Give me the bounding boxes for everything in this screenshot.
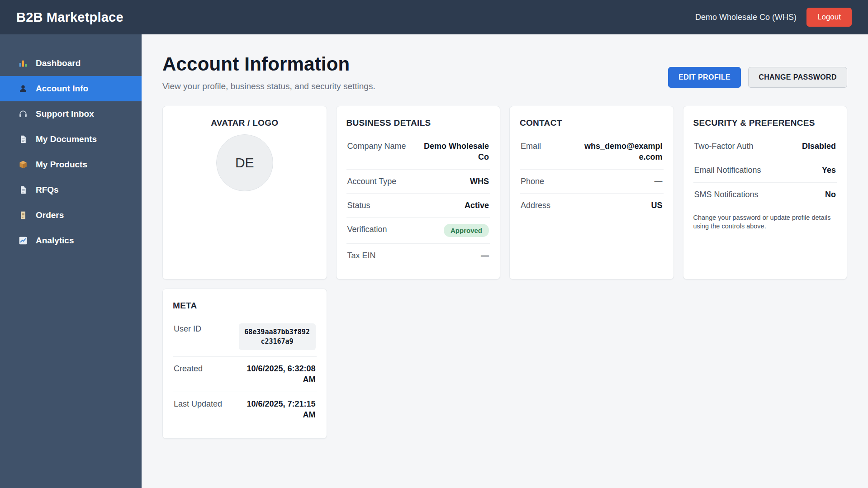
- avatar-card-title: AVATAR / LOGO: [173, 118, 317, 128]
- sms-notifications-row: SMS Notifications No: [693, 183, 837, 206]
- sidebar: Dashboard Account Info Support Inbox My …: [0, 34, 142, 488]
- sidebar-item-account-info[interactable]: Account Info: [0, 76, 142, 101]
- business-details-title: BUSINESS DETAILS: [346, 118, 490, 128]
- security-title: SECURITY & PREFERENCES: [693, 118, 837, 128]
- account-type-row: Account Type WHS: [346, 170, 490, 194]
- row-value: —: [481, 250, 489, 261]
- analytics-icon: [18, 236, 28, 246]
- cards-grid: AVATAR / LOGO DE BUSINESS DETAILS Compan…: [162, 106, 847, 439]
- row-label: Email Notifications: [694, 165, 761, 175]
- avatar-wrap: DE: [173, 134, 317, 191]
- meta-title: META: [173, 301, 317, 311]
- status-row: Status Active: [346, 194, 490, 218]
- business-details-card: BUSINESS DETAILS Company Name Demo Whole…: [336, 106, 501, 280]
- row-label: Status: [347, 200, 370, 210]
- row-label: Email: [521, 141, 541, 151]
- email-notifications-row: Email Notifications Yes: [693, 158, 837, 182]
- row-value: US: [651, 200, 662, 211]
- dashboard-icon: [18, 58, 28, 68]
- contact-title: CONTACT: [520, 118, 664, 128]
- page-header: Account Information View your profile, b…: [162, 53, 847, 91]
- sidebar-item-label: Analytics: [36, 236, 74, 246]
- row-label: Verification: [347, 224, 387, 234]
- rfq-document-icon: [18, 185, 28, 195]
- last-updated-row: Last Updated 10/6/2025, 7:21:15 AM: [173, 392, 317, 427]
- box-icon: [18, 160, 28, 170]
- sidebar-item-label: Support Inbox: [36, 109, 94, 119]
- row-label: Phone: [521, 176, 544, 186]
- orders-scroll-icon: [18, 210, 28, 220]
- row-label: SMS Notifications: [694, 189, 759, 199]
- avatar-initials: DE: [235, 155, 254, 171]
- row-label: Last Updated: [174, 398, 222, 409]
- sidebar-item-dashboard[interactable]: Dashboard: [0, 51, 142, 76]
- row-value: —: [655, 176, 663, 187]
- tax-ein-row: Tax EIN —: [346, 244, 490, 267]
- app-root: B2B Marketplace Demo Wholesale Co (WHS) …: [0, 0, 868, 488]
- row-label: Tax EIN: [347, 250, 376, 261]
- page-title: Account Information: [162, 53, 375, 75]
- row-value: Demo Wholesale Co: [413, 141, 489, 163]
- address-row: Address US: [520, 194, 664, 217]
- sidebar-item-my-products[interactable]: My Products: [0, 152, 142, 177]
- row-value: Yes: [822, 165, 836, 175]
- sidebar-item-support-inbox[interactable]: Support Inbox: [0, 101, 142, 127]
- sidebar-item-label: My Products: [36, 160, 87, 170]
- row-value: whs_demo@example.com: [580, 141, 663, 163]
- row-value: 10/6/2025, 7:21:15 AM: [233, 398, 316, 421]
- row-value: Disabled: [802, 141, 836, 152]
- sidebar-item-rfqs[interactable]: RFQs: [0, 177, 142, 203]
- contact-card: CONTACT Email whs_demo@example.com Phone…: [509, 106, 674, 280]
- company-name-row: Company Name Demo Wholesale Co: [346, 134, 490, 170]
- logout-button[interactable]: Logout: [806, 8, 852, 27]
- user-id-value: 68e39aa87bb3f892c23167a9: [239, 323, 316, 350]
- document-icon: [18, 134, 28, 144]
- row-label: User ID: [174, 323, 201, 334]
- sidebar-item-analytics[interactable]: Analytics: [0, 228, 142, 253]
- row-label: Created: [174, 363, 203, 374]
- headset-icon: [18, 109, 28, 119]
- row-value: 10/6/2025, 6:32:08 AM: [233, 363, 316, 385]
- sidebar-item-label: RFQs: [36, 185, 59, 195]
- security-preferences-card: SECURITY & PREFERENCES Two-Factor Auth D…: [683, 106, 848, 280]
- row-label: Address: [521, 200, 550, 210]
- main-layout: Dashboard Account Info Support Inbox My …: [0, 34, 868, 488]
- page-subtitle: View your profile, business status, and …: [162, 81, 375, 91]
- sidebar-item-label: Account Info: [36, 84, 88, 94]
- row-value: WHS: [470, 176, 489, 187]
- approved-status-badge: Approved: [444, 224, 489, 237]
- page-actions: EDIT PROFILE CHANGE PASSWORD: [668, 53, 847, 88]
- row-label: Two-Factor Auth: [694, 141, 754, 151]
- page-title-block: Account Information View your profile, b…: [162, 53, 375, 91]
- security-note: Change your password or update profile d…: [693, 213, 837, 231]
- sidebar-item-my-documents[interactable]: My Documents: [0, 127, 142, 152]
- two-factor-row: Two-Factor Auth Disabled: [693, 134, 837, 158]
- verification-row: Verification Approved: [346, 218, 490, 244]
- email-row: Email whs_demo@example.com: [520, 134, 664, 170]
- current-user-label: Demo Wholesale Co (WHS): [695, 13, 797, 22]
- row-label: Company Name: [347, 141, 406, 151]
- sidebar-item-label: Dashboard: [36, 58, 81, 68]
- row-value: Active: [465, 200, 489, 211]
- sidebar-item-label: My Documents: [36, 134, 97, 144]
- change-password-button[interactable]: CHANGE PASSWORD: [748, 67, 847, 88]
- user-id-row: User ID 68e39aa87bb3f892c23167a9: [173, 317, 317, 357]
- row-label: Account Type: [347, 176, 397, 186]
- main-content: Account Information View your profile, b…: [142, 34, 868, 488]
- sidebar-item-orders[interactable]: Orders: [0, 203, 142, 228]
- row-value: No: [825, 189, 836, 200]
- brand-title: B2B Marketplace: [16, 10, 123, 25]
- sidebar-item-label: Orders: [36, 210, 64, 220]
- phone-row: Phone —: [520, 170, 664, 194]
- user-icon: [18, 84, 28, 94]
- meta-card: META User ID 68e39aa87bb3f892c23167a9 Cr…: [162, 289, 327, 439]
- avatar: DE: [216, 134, 273, 191]
- top-header: B2B Marketplace Demo Wholesale Co (WHS) …: [0, 0, 868, 34]
- header-right: Demo Wholesale Co (WHS) Logout: [695, 8, 852, 27]
- edit-profile-button[interactable]: EDIT PROFILE: [668, 67, 741, 88]
- created-row: Created 10/6/2025, 6:32:08 AM: [173, 357, 317, 392]
- avatar-card: AVATAR / LOGO DE: [162, 106, 327, 280]
